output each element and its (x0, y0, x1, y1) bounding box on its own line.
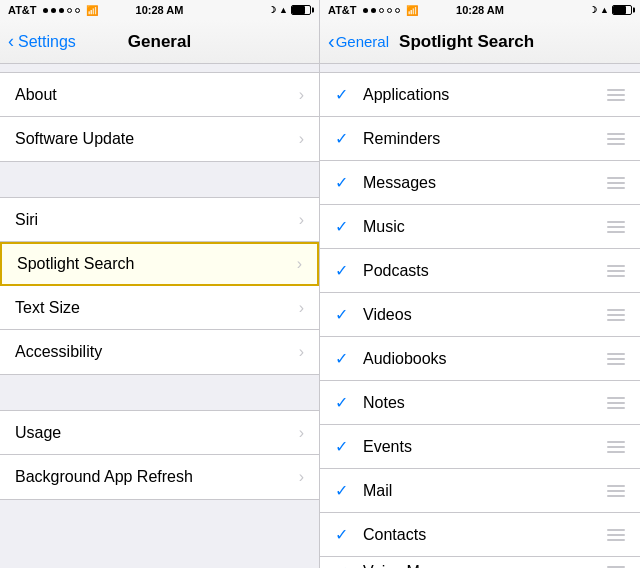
voice-memos-label: Voice Memos (359, 563, 607, 568)
battery-fill (292, 6, 305, 14)
right-row-mail[interactable]: ✓ Mail (320, 469, 640, 513)
hamburger-line-2 (607, 402, 625, 404)
right-row-podcasts[interactable]: ✓ Podcasts (320, 249, 640, 293)
carrier-text: AT&T (8, 4, 37, 16)
right-row-notes[interactable]: ✓ Notes (320, 381, 640, 425)
applications-drag-handle[interactable] (607, 89, 625, 101)
signal-dot-2 (51, 8, 56, 13)
right-nav-title: Spotlight Search (399, 32, 534, 52)
signal-dot-4 (67, 8, 72, 13)
music-check-icon: ✓ (335, 217, 359, 236)
software-update-label: Software Update (15, 130, 299, 148)
table-row-about[interactable]: About › (0, 73, 319, 117)
background-app-refresh-label: Background App Refresh (15, 468, 299, 486)
reminders-drag-handle[interactable] (607, 133, 625, 145)
right-status-bar: AT&T 📶 10:28 AM ☽ ▲ (320, 0, 640, 20)
hamburger-line-3 (607, 231, 625, 233)
notes-drag-handle[interactable] (607, 397, 625, 409)
text-size-label: Text Size (15, 299, 299, 317)
left-nav-title: General (128, 32, 191, 52)
siri-label: Siri (15, 211, 299, 229)
spotlight-search-chevron-icon: › (297, 255, 302, 273)
right-back-button[interactable]: ‹ General (328, 30, 389, 53)
left-back-label: Settings (18, 33, 76, 51)
contacts-drag-handle[interactable] (607, 529, 625, 541)
right-row-reminders[interactable]: ✓ Reminders (320, 117, 640, 161)
hamburger-line-2 (607, 270, 625, 272)
right-section-gap-top (320, 64, 640, 72)
left-status-bar: AT&T 📶 10:28 AM ☽ ▲ (0, 0, 319, 20)
right-row-messages[interactable]: ✓ Messages (320, 161, 640, 205)
wifi-icon: 📶 (86, 5, 98, 16)
hamburger-line-3 (607, 451, 625, 453)
mail-drag-handle[interactable] (607, 485, 625, 497)
right-status-right: ☽ ▲ (589, 5, 632, 15)
right-row-music[interactable]: ✓ Music (320, 205, 640, 249)
right-time: 10:28 AM (456, 4, 504, 16)
signal-dot-3 (59, 8, 64, 13)
hamburger-line-1 (607, 221, 625, 223)
section-gap-3 (0, 375, 319, 410)
right-row-voice-memos[interactable]: ✓ Voice Memos (320, 557, 640, 568)
hamburger-line-1 (607, 177, 625, 179)
messages-drag-handle[interactable] (607, 177, 625, 189)
right-row-applications[interactable]: ✓ Applications (320, 73, 640, 117)
hamburger-line-3 (607, 539, 625, 541)
right-battery-fill (613, 6, 626, 14)
usage-chevron-icon: › (299, 424, 304, 442)
table-row-siri[interactable]: Siri › (0, 198, 319, 242)
hamburger-line-1 (607, 265, 625, 267)
text-size-chevron-icon: › (299, 299, 304, 317)
notes-label: Notes (359, 394, 607, 412)
accessibility-label: Accessibility (15, 343, 299, 361)
right-back-chevron-icon: ‹ (328, 30, 335, 53)
hamburger-line-1 (607, 133, 625, 135)
siri-chevron-icon: › (299, 211, 304, 229)
right-moon-icon: ☽ (589, 5, 597, 15)
hamburger-line-2 (607, 226, 625, 228)
right-row-events[interactable]: ✓ Events (320, 425, 640, 469)
events-label: Events (359, 438, 607, 456)
right-row-contacts[interactable]: ✓ Contacts (320, 513, 640, 557)
hamburger-line-2 (607, 490, 625, 492)
hamburger-line-1 (607, 485, 625, 487)
videos-label: Videos (359, 306, 607, 324)
table-row-software-update[interactable]: Software Update › (0, 117, 319, 161)
right-items-group: ✓ Applications ✓ Reminders ✓ M (320, 72, 640, 568)
events-drag-handle[interactable] (607, 441, 625, 453)
right-row-videos[interactable]: ✓ Videos (320, 293, 640, 337)
audiobooks-label: Audiobooks (359, 350, 607, 368)
notes-check-icon: ✓ (335, 393, 359, 412)
left-nav-bar: ‹ Settings General (0, 20, 319, 64)
table-row-usage[interactable]: Usage › (0, 411, 319, 455)
reminders-label: Reminders (359, 130, 607, 148)
left-back-button[interactable]: ‹ Settings (8, 31, 76, 52)
videos-drag-handle[interactable] (607, 309, 625, 321)
videos-check-icon: ✓ (335, 305, 359, 324)
table-row-spotlight-search[interactable]: Spotlight Search › (0, 242, 319, 286)
right-row-audiobooks[interactable]: ✓ Audiobooks (320, 337, 640, 381)
hamburger-line-1 (607, 397, 625, 399)
music-drag-handle[interactable] (607, 221, 625, 233)
usage-label: Usage (15, 424, 299, 442)
signal-dot-1 (43, 8, 48, 13)
table-row-text-size[interactable]: Text Size › (0, 286, 319, 330)
hamburger-line-3 (607, 495, 625, 497)
spotlight-search-label: Spotlight Search (17, 255, 297, 273)
right-signal-dot-1 (363, 8, 368, 13)
background-app-refresh-chevron-icon: › (299, 468, 304, 486)
battery-icon (291, 5, 311, 15)
voice-memos-check-icon: ✓ (335, 563, 359, 569)
hamburger-line-3 (607, 407, 625, 409)
right-signal-dot-3 (379, 8, 384, 13)
podcasts-label: Podcasts (359, 262, 607, 280)
messages-label: Messages (359, 174, 607, 192)
table-row-background-app-refresh[interactable]: Background App Refresh › (0, 455, 319, 499)
podcasts-drag-handle[interactable] (607, 265, 625, 277)
left-group-2: Siri › Spotlight Search › Text Size › Ac… (0, 197, 319, 375)
section-gap-2 (0, 162, 319, 197)
table-row-accessibility[interactable]: Accessibility › (0, 330, 319, 374)
audiobooks-drag-handle[interactable] (607, 353, 625, 365)
location-icon: ▲ (279, 5, 288, 15)
hamburger-line-1 (607, 89, 625, 91)
